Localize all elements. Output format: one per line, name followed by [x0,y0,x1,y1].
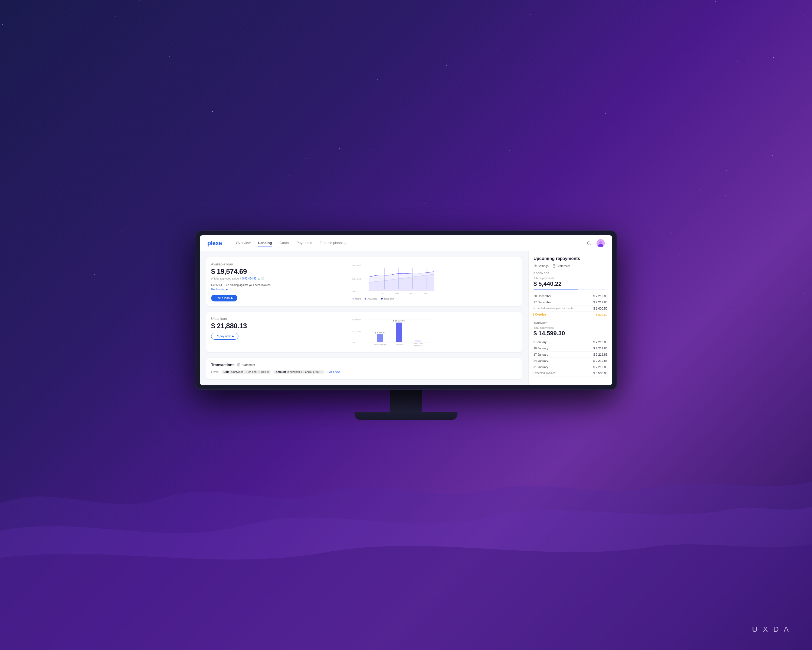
navigation: plexe Overview Lending Cards Payments Fi… [200,236,612,251]
statement-action-icon [553,265,556,268]
available-loan-inner: Available loan $ 19,574.69 of total appr… [211,262,517,301]
search-icon [587,241,591,245]
legend-available-dot [365,298,366,300]
settings-link[interactable]: Settings [533,265,549,268]
svg-rect-14 [412,268,413,289]
monitor-screen: plexe Overview Lending Cards Payments Fi… [200,236,612,385]
uxda-watermark: U X D A [752,625,791,634]
nav-item-finance-planning[interactable]: Finance planning [320,240,346,246]
svg-text:spendings: spendings [414,345,423,346]
used-loan-inner: Used loan $ 21,880.13 Repay now ▶ [211,317,517,347]
december-total-label: Total repayments [533,277,607,280]
bar-chart-svg: $ 20,000 $ 12,500 $ 0 [353,317,439,346]
jan-row-2: 10 January $ 2,219.86 [533,345,607,352]
monitor-frame: plexe Overview Lending Cards Payments Fi… [195,231,617,390]
svg-rect-26 [377,334,383,342]
december-section: DECEMBER Total repayments $ 5,440.22 20 … [533,272,607,318]
monitor-base [354,411,458,420]
used-loan-amount: $ 21,880.13 [211,322,348,330]
january-label: JANUARY [533,321,607,324]
january-total-label: Total repayments [533,326,607,329]
left-panel: Available loan $ 19,574.69 of total appr… [200,251,528,385]
nav-items: Overview Lending Cards Payments Finance … [236,240,577,246]
january-section: JANUARY Total repayments $ 14,599.30 3 J… [533,321,607,376]
available-loan-title: Available loan [211,262,348,266]
available-loan-chart: $ 42,000 $ 31,000 $ 0 [353,262,517,301]
repay-now-button[interactable]: Repay now ▶ [211,333,238,340]
december-progress [533,289,607,290]
svg-text:Credit cards: Credit cards [413,343,423,344]
jan-row-5: 31 January $ 2,219.86 [533,364,607,370]
svg-text:$ 0: $ 0 [353,290,356,292]
jan-row-1: 3 January $ 2,219.86 [533,339,607,345]
legend-used: Used [353,297,361,300]
search-button[interactable] [585,239,593,247]
jan-row-3: 17 January $ 2,219.86 [533,352,607,358]
used-loan-card: Used loan $ 21,880.13 Repay now ▶ [206,312,522,352]
legend-used-dot [353,298,354,300]
nav-item-payments[interactable]: Payments [296,240,312,246]
svg-text:$ 20,000: $ 20,000 [353,318,361,321]
january-total-amount: $ 14,599.30 [533,330,607,337]
svg-text:$ 31,000: $ 31,000 [353,278,361,280]
available-loan-amount: $ 19,574.69 [211,267,348,276]
repayments-actions: Settings Statement [533,265,607,268]
legend-available: Available [365,297,377,300]
logo: plexe [207,240,222,247]
december-total-amount: $ 5,440.22 [533,280,607,288]
legend-total-dot [381,298,383,300]
user-avatar[interactable] [597,239,605,247]
svg-rect-28 [396,323,402,342]
svg-rect-15 [427,268,427,289]
dec-row-3: Expected invoices paid by clients $ 1,00… [533,306,607,312]
jan-row-6: Expected invoices $ 3,500.00 [533,370,607,376]
svg-point-3 [599,241,602,244]
filter-amount-chip: Amount is between $ 0 and $ 1,500 ✕ [273,370,325,374]
nav-actions [585,239,605,247]
used-loan-chart: $ 20,000 $ 12,500 $ 0 [353,317,517,347]
overdue-row: Overdue $ 800.50 [533,312,607,318]
transactions-card: Transactions Statement [206,358,522,379]
right-panel: Upcoming repayments Settings [528,251,612,385]
svg-rect-12 [385,268,385,289]
upcoming-repayments-title: Upcoming repayments [533,256,607,261]
svg-text:Invoice funding: Invoice funding [374,343,386,346]
get-funding-link[interactable]: Get funding ▶ [211,288,348,291]
nav-item-cards[interactable]: Cards [279,240,289,246]
statement-link[interactable]: Statement [237,363,255,366]
settings-icon [533,265,537,268]
add-filter-button[interactable]: + Add new [327,370,340,373]
monitor-neck [390,390,422,411]
svg-text:$ 42,000: $ 42,000 [353,264,361,266]
svg-text:$ 5,864.48: $ 5,864.48 [375,332,385,334]
monitor-wrapper: plexe Overview Lending Cards Payments Fi… [189,231,623,420]
dec-row-1: 20 December $ 2,219.86 [533,293,607,299]
legend-total-limit: Total limit [381,297,394,300]
nav-item-lending[interactable]: Lending [258,240,272,246]
svg-text:Oct: Oct [381,292,385,295]
svg-text:Jan: Jan [423,292,427,295]
info-icon[interactable]: ⓘ [261,277,264,281]
filter-date-close[interactable]: ✕ [267,370,269,373]
statement-action-link[interactable]: Statement [553,265,570,268]
main-content: Available loan $ 19,574.69 of total appr… [200,251,612,385]
nav-item-overview[interactable]: Overview [236,240,250,246]
available-loan-sub: of total approved amount $ 41,454.82 ▲ ⓘ [211,277,348,281]
filter-date-chip: Date is between 1 Dec and 13 Dec ✕ [221,370,271,374]
december-label: DECEMBER [533,272,607,275]
filter-amount-close[interactable]: ✕ [321,370,323,373]
svg-point-40 [534,265,536,267]
filters-row: Filters: Date is between 1 Dec and 13 De… [211,370,517,374]
use-loan-button[interactable]: Use a loan ▶ [211,295,237,301]
app-container: plexe Overview Lending Cards Payments Fi… [200,236,612,385]
svg-rect-30 [415,340,421,342]
line-chart-svg: $ 42,000 $ 31,000 $ 0 [353,262,439,295]
transactions-header: Transactions Statement [211,362,517,367]
svg-text:$ 0: $ 0 [353,341,356,344]
svg-text:$ 16,015.65: $ 16,015.65 [393,320,405,322]
overdue-badge: Overdue [533,313,546,317]
svg-line-1 [590,244,591,245]
svg-text:Dec: Dec [409,292,413,295]
svg-rect-13 [398,268,399,289]
available-loan-data: Available loan $ 19,574.69 of total appr… [211,262,348,301]
